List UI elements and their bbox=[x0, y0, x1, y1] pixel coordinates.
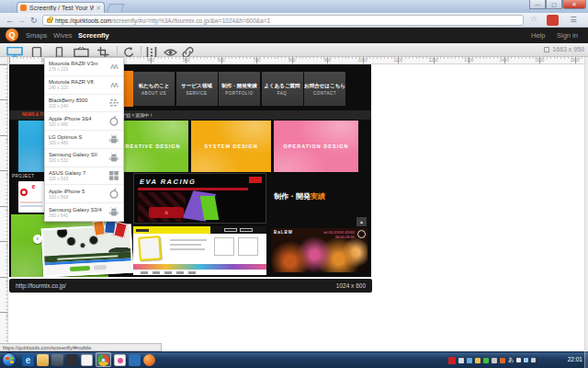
device-name: ASUS Galaxy 7 bbox=[49, 170, 108, 176]
nav-label-jp: 制作・開発実績 bbox=[221, 83, 257, 89]
design-tile-system-design[interactable]: SYSTEM DESIGN bbox=[191, 121, 271, 172]
system-tray[interactable]: あ bbox=[448, 355, 536, 365]
quirktools-logo[interactable]: Q bbox=[6, 29, 18, 41]
window-maximize-button[interactable]: ▢ bbox=[546, 0, 562, 9]
device-size: 320 x 480 bbox=[49, 141, 108, 145]
blackberry-icon bbox=[108, 98, 119, 109]
project-label: PROJECT bbox=[12, 174, 35, 178]
nav-label-jp: お問合せはこちら bbox=[304, 83, 345, 89]
device-option-samsung-galaxy-s3-4[interactable]: Samsung Galaxy S3/4360 x 640 bbox=[45, 203, 123, 221]
sign-in-link[interactable]: Sign in bbox=[557, 28, 578, 43]
tray-flag-icon bbox=[516, 358, 521, 362]
browser-tab[interactable]: Screenfly / Test Your W ✕ bbox=[17, 2, 105, 13]
tray-network-icon bbox=[524, 358, 528, 362]
eva-mech-art bbox=[200, 196, 220, 220]
secondary-button[interactable] bbox=[94, 265, 107, 270]
url-path: /screenfly/#u=http%3A//fourmix.co.jp/&w=… bbox=[111, 17, 270, 24]
bar-phone-text: tel 03-XXXX-XXXX18:00-26:00 bbox=[323, 230, 355, 239]
device-option-lg-optimus-s[interactable]: LG Optimus S320 x 480 bbox=[45, 131, 123, 149]
window-close-button[interactable]: ✕ bbox=[562, 0, 586, 9]
tablet-icon[interactable] bbox=[30, 45, 43, 56]
site-nav-about-us[interactable]: 私たちのことABOUT US bbox=[133, 72, 175, 106]
taskbar-app-icon[interactable] bbox=[51, 354, 63, 366]
new-tab-button[interactable] bbox=[107, 4, 125, 12]
forward-icon[interactable]: → bbox=[17, 15, 26, 26]
device-option-motorola-razr-v3m[interactable]: Motorola RAZR V3m176 x 220ΛΛ bbox=[45, 58, 123, 76]
refresh-icon[interactable]: ↻ bbox=[30, 15, 38, 26]
portfolio-bar-thumbnail[interactable]: BaLBW tel 03-XXXX-XXXX18:00-26:00 bbox=[271, 228, 368, 272]
portfolio-yellow-thumbnail[interactable] bbox=[133, 226, 266, 275]
device-name: BlackBerry 8300 bbox=[49, 98, 108, 103]
tab-title: Screenfly / Test Your W bbox=[29, 5, 94, 11]
portfolio-heading: 制作・開発実績 bbox=[274, 191, 325, 201]
device-name: Samsung Galaxy S3/4 bbox=[49, 207, 108, 213]
bookmark-star-icon[interactable]: ☆ bbox=[530, 14, 537, 23]
taskbar-chrome-icon[interactable] bbox=[97, 354, 109, 366]
tab-favicon-icon bbox=[20, 5, 27, 11]
tray-icon bbox=[458, 358, 464, 363]
ruler-corner bbox=[0, 57, 8, 64]
mobile-icon[interactable] bbox=[54, 45, 64, 56]
nav-label-jp: よくあるご質問 bbox=[264, 83, 300, 89]
taskbar-media-icon[interactable] bbox=[114, 354, 126, 366]
address-bar[interactable]: https://quirktools.com/screenfly/#u=http… bbox=[42, 15, 524, 26]
android-icon bbox=[108, 134, 119, 145]
client-logo-card[interactable]: e bbox=[18, 181, 44, 213]
site-nav-portfolio[interactable]: 制作・開発実績PORTFOLIO bbox=[219, 72, 260, 106]
device-name: Motorola RAZR V8 bbox=[49, 79, 108, 85]
taskbar-window-icon[interactable] bbox=[129, 354, 141, 366]
custom-size-icon[interactable] bbox=[97, 45, 109, 56]
design-tile-operation-design[interactable]: OPERATION DESIGN bbox=[274, 121, 358, 172]
taskbar-explorer-icon[interactable] bbox=[37, 354, 49, 366]
device-option-asus-galaxy-7[interactable]: ASUS Galaxy 7320 x 533 bbox=[45, 167, 123, 186]
device-option-motorola-razr-v8[interactable]: Motorola RAZR V8240 x 320ΛΛ bbox=[45, 76, 123, 95]
taskbar-notepad-icon[interactable] bbox=[81, 354, 93, 366]
start-button[interactable] bbox=[2, 352, 17, 367]
site-nav-contact[interactable]: お問合せはこちらCONTACT bbox=[304, 72, 345, 106]
help-link[interactable]: Help bbox=[531, 28, 545, 43]
page-scrollbar[interactable] bbox=[584, 57, 588, 351]
site-nav-faq[interactable]: よくあるご質問FAQ bbox=[262, 72, 303, 106]
proxy-icon[interactable] bbox=[146, 45, 157, 56]
back-icon[interactable]: ← bbox=[6, 15, 14, 26]
browser-menu-icon[interactable]: ☰ bbox=[566, 15, 581, 26]
taskbar-ie-icon[interactable]: e bbox=[22, 354, 34, 366]
tray-icon bbox=[500, 358, 505, 363]
menu-smaps[interactable]: Smaps bbox=[26, 28, 47, 43]
menu-wives[interactable]: Wives bbox=[53, 28, 72, 43]
share-link-icon[interactable] bbox=[182, 45, 194, 56]
tray-icon bbox=[475, 358, 481, 363]
slideshow-prev-button[interactable]: ‹ bbox=[33, 235, 42, 244]
menu-screenfly[interactable]: Screenfly bbox=[78, 28, 109, 43]
motorola-icon: ΛΛ bbox=[108, 79, 119, 90]
device-size: 320 x 533 bbox=[49, 158, 108, 163]
tab-close-icon[interactable]: ✕ bbox=[96, 5, 101, 12]
page-top-button[interactable]: ▲ bbox=[356, 217, 367, 226]
window-minimize-button[interactable]: — bbox=[529, 0, 546, 9]
viewport-size-display[interactable]: 1663 x 959 bbox=[544, 46, 584, 52]
client-text-line bbox=[20, 201, 42, 203]
bar-badge-icon bbox=[357, 230, 366, 238]
play-button[interactable] bbox=[70, 266, 90, 271]
rotate-icon[interactable] bbox=[123, 45, 135, 56]
device-option-samsung-galaxy-sii[interactable]: Samsung Galaxy SII320 x 533 bbox=[45, 149, 123, 167]
device-option-apple-iphone-3-4[interactable]: Apple iPhone 3&4320 x 480 bbox=[45, 112, 123, 131]
design-tile-creative-design[interactable]: CREATIVE DESIGN bbox=[113, 121, 188, 172]
site-nav-service[interactable]: サービス領域SERVICE bbox=[176, 72, 218, 106]
taskbar-firefox-icon[interactable] bbox=[143, 354, 155, 366]
desktop-icon[interactable] bbox=[6, 45, 24, 56]
eva-red-label: ※ bbox=[149, 207, 184, 218]
eye-icon[interactable] bbox=[164, 45, 177, 56]
nav-label-en: PORTFOLIO bbox=[225, 91, 253, 96]
television-icon[interactable] bbox=[74, 45, 89, 56]
eva-title: EVA RACING bbox=[140, 178, 196, 186]
device-name: Samsung Galaxy SII bbox=[49, 152, 108, 157]
show-desktop-button[interactable] bbox=[584, 351, 588, 368]
taskbar-app-icon[interactable] bbox=[66, 354, 78, 366]
extension-icon[interactable] bbox=[547, 15, 559, 26]
status-bar-tooltip: https://quirktools.com/screenfly/#mobile bbox=[0, 343, 162, 351]
taskbar-clock[interactable]: 22:01 bbox=[568, 351, 582, 368]
device-option-blackberry-8300[interactable]: BlackBerry 8300320 x 240 bbox=[45, 95, 123, 113]
device-option-apple-iphone-5[interactable]: Apple iPhone 5320 x 568 bbox=[45, 185, 123, 203]
portfolio-eva-thumbnail[interactable]: EVA RACING ※ bbox=[133, 173, 266, 224]
